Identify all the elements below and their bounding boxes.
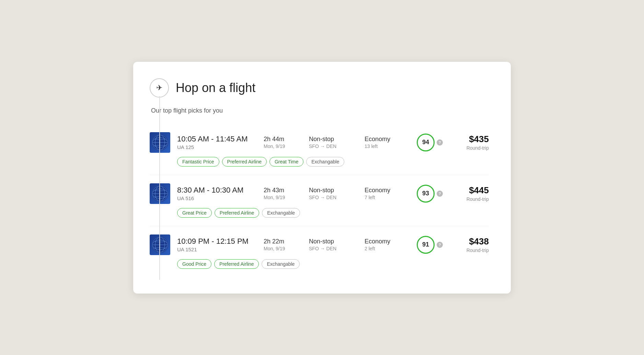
flight-tags-3: Good PricePreferred AirlineExchangable [177,259,489,269]
airline-logo-1 [150,132,170,153]
tag-preferred-airline: Preferred Airline [222,157,267,167]
stops-route-1: SFO → DEN [309,144,354,149]
flight-stops-1: Non-stop SFO → DEN [309,136,354,149]
flight-times-2: 8:30 AM - 10:30 AM UA 516 [177,186,253,201]
stops-label-3: Non-stop [309,238,354,245]
vertical-line [159,96,160,280]
flight-time-range-3: 10:09 PM - 12:15 PM [177,237,253,246]
main-card: ✈ Hop on a flight Our top flight picks f… [133,62,511,294]
price-type-1: Round-trip [467,145,489,151]
airline-logo-3 [150,234,170,255]
flight-number-1: UA 125 [177,144,253,150]
flight-row[interactable]: 10:09 PM - 12:15 PM UA 1521 2h 22m Mon, … [150,226,489,277]
page-title: Hop on a flight [176,81,255,95]
flight-main-3: 10:09 PM - 12:15 PM UA 1521 2h 22m Mon, … [150,234,489,255]
tag-exchangable: Exchangable [262,259,300,269]
score-section-3: 91 ? [417,236,443,254]
price-type-3: Round-trip [467,248,489,253]
flight-number-2: UA 516 [177,195,253,201]
flight-duration-2: 2h 43m Mon, 9/19 [264,187,298,200]
class-label-2: Economy [365,187,406,194]
duration-value-1: 2h 44m [264,136,298,143]
flight-time-range-1: 10:05 AM - 11:45 AM [177,135,253,144]
flight-stops-2: Non-stop SFO → DEN [309,187,354,200]
tag-great-price: Great Price [177,208,212,218]
duration-value-3: 2h 22m [264,238,298,245]
plane-circle-icon: ✈ [150,78,169,98]
stops-route-3: SFO → DEN [309,246,354,251]
info-icon-3[interactable]: ? [437,242,443,248]
flight-main-1: 10:05 AM - 11:45 AM UA 125 2h 44m Mon, 9… [150,132,489,153]
tag-good-price: Good Price [177,259,211,269]
page-wrapper: ✈ Hop on a flight Our top flight picks f… [0,0,644,355]
airline-logo-2 [150,183,170,204]
flight-stops-3: Non-stop SFO → DEN [309,238,354,251]
flight-times-3: 10:09 PM - 12:15 PM UA 1521 [177,237,253,252]
price-section-3: $438 Round-trip [467,236,489,253]
duration-date-1: Mon, 9/19 [264,144,298,149]
flight-tags-1: Fantastic PricePreferred AirlineGreat Ti… [177,157,489,167]
duration-date-2: Mon, 9/19 [264,195,298,200]
stops-route-2: SFO → DEN [309,195,354,200]
tag-fantastic-price: Fantastic Price [177,157,219,167]
flight-number-3: UA 1521 [177,247,253,252]
flight-list: 10:05 AM - 11:45 AM UA 125 2h 44m Mon, 9… [150,124,489,277]
info-icon-1[interactable]: ? [437,139,443,146]
price-value-1: $435 [467,134,489,145]
price-section-1: $435 Round-trip [467,134,489,151]
score-circle-1: 94 [417,134,435,151]
flight-class-3: Economy 2 left [365,238,406,251]
flight-row[interactable]: 8:30 AM - 10:30 AM UA 516 2h 43m Mon, 9/… [150,175,489,226]
header: ✈ Hop on a flight [150,78,489,98]
tag-preferred-airline: Preferred Airline [214,259,259,269]
price-value-3: $438 [467,236,489,247]
score-section-1: 94 ? [417,134,443,151]
class-label-3: Economy [365,238,406,245]
class-seats-2: 7 left [365,195,406,200]
flight-times-1: 10:05 AM - 11:45 AM UA 125 [177,135,253,150]
stops-label-2: Non-stop [309,187,354,194]
flight-duration-3: 2h 22m Mon, 9/19 [264,238,298,251]
class-seats-1: 13 left [365,144,406,149]
class-seats-3: 2 left [365,246,406,251]
tag-preferred-airline: Preferred Airline [215,208,259,218]
flight-tags-2: Great PricePreferred AirlineExchangable [177,208,489,218]
tag-exchangable: Exchangable [306,157,344,167]
class-label-1: Economy [365,136,406,143]
subtitle: Our top flight picks for you [151,107,489,114]
flight-class-2: Economy 7 left [365,187,406,200]
price-section-2: $445 Round-trip [467,185,489,202]
price-value-2: $445 [467,185,489,196]
duration-value-2: 2h 43m [264,187,298,194]
score-circle-2: 93 [417,185,435,203]
flight-main-2: 8:30 AM - 10:30 AM UA 516 2h 43m Mon, 9/… [150,183,489,204]
tag-exchangable: Exchangable [262,208,300,218]
info-icon-2[interactable]: ? [437,191,443,197]
flight-class-1: Economy 13 left [365,136,406,149]
flight-duration-1: 2h 44m Mon, 9/19 [264,136,298,149]
score-circle-3: 91 [417,236,435,254]
stops-label-1: Non-stop [309,136,354,143]
price-type-2: Round-trip [467,196,489,202]
flight-row[interactable]: 10:05 AM - 11:45 AM UA 125 2h 44m Mon, 9… [150,124,489,175]
flight-time-range-2: 8:30 AM - 10:30 AM [177,186,253,195]
duration-date-3: Mon, 9/19 [264,246,298,251]
score-section-2: 93 ? [417,185,443,203]
plane-icon: ✈ [156,83,162,92]
tag-great-time: Great Time [269,157,303,167]
